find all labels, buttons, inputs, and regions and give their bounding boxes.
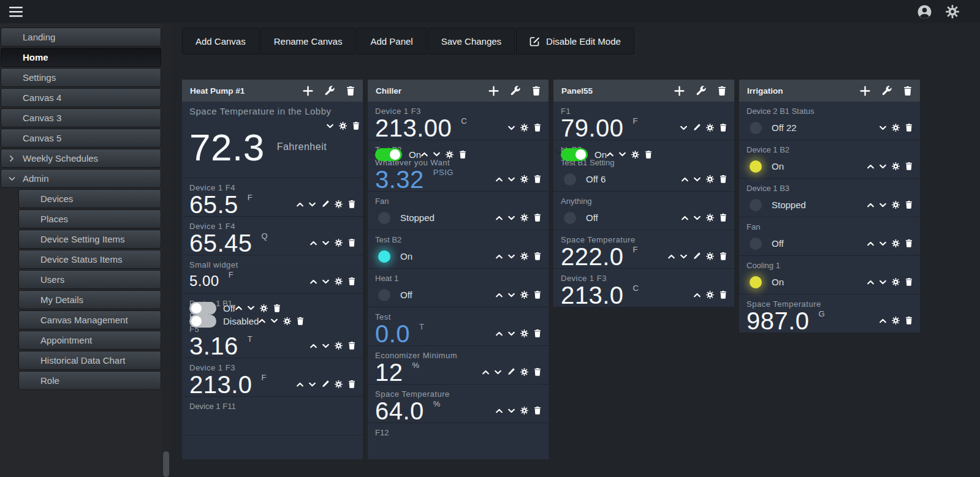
delete-widget-button[interactable]	[348, 239, 355, 247]
widget-settings-button[interactable]	[446, 151, 454, 159]
widget-settings-button[interactable]	[892, 239, 900, 247]
delete-panel-button[interactable]	[903, 86, 912, 96]
sidebar-item-admin[interactable]: Admin	[1, 169, 161, 188]
move-down-button[interactable]	[619, 152, 626, 157]
delete-widget-button[interactable]	[905, 317, 913, 325]
move-down-button[interactable]	[694, 216, 701, 220]
sidebar-scrollbar[interactable]	[162, 23, 170, 477]
add-canvas-button[interactable]: Add Canvas	[182, 28, 259, 54]
move-down-button[interactable]	[680, 254, 687, 259]
edit-widget-button[interactable]	[321, 380, 329, 388]
sidebar-item-canvas-3[interactable]: Canvas 3	[1, 108, 161, 127]
move-up-button[interactable]	[259, 318, 265, 323]
configure-panel-button[interactable]	[696, 86, 706, 96]
widget-settings-button[interactable]	[283, 317, 291, 325]
disable-edit-mode-button[interactable]: Disable Edit Mode	[516, 28, 634, 54]
delete-widget-button[interactable]	[534, 329, 541, 337]
move-up-button[interactable]	[482, 370, 489, 375]
delete-widget-button[interactable]	[720, 214, 727, 222]
delete-widget-button[interactable]	[645, 151, 652, 159]
widget-settings-button[interactable]	[520, 368, 528, 376]
add-widget-button[interactable]	[860, 86, 870, 96]
widget-settings-button[interactable]	[520, 329, 528, 337]
move-down-button[interactable]	[508, 293, 515, 298]
move-down-button[interactable]	[309, 382, 316, 387]
widget-settings-button[interactable]	[892, 278, 900, 286]
user-icon[interactable]	[917, 4, 932, 20]
delete-panel-button[interactable]	[532, 86, 541, 96]
move-up-button[interactable]	[867, 203, 874, 208]
delete-widget-button[interactable]	[348, 342, 355, 350]
delete-widget-button[interactable]	[352, 122, 360, 130]
move-down-button[interactable]	[879, 203, 886, 208]
move-down-button[interactable]	[508, 216, 515, 220]
sidebar-item-my-details[interactable]: My Details	[18, 290, 161, 309]
sidebar-item-canvas-5[interactable]: Canvas 5	[1, 129, 161, 148]
widget-settings-button[interactable]	[335, 200, 343, 208]
widget-settings-button[interactable]	[892, 317, 900, 325]
widget-settings-button[interactable]	[631, 151, 639, 159]
widget-settings-button[interactable]	[520, 214, 528, 222]
sidebar-item-canvas-4[interactable]: Canvas 4	[1, 88, 161, 107]
move-up-button[interactable]	[496, 293, 503, 298]
widget-settings-button[interactable]	[335, 380, 343, 388]
sidebar-item-device-setting-items[interactable]: Device Setting Items	[18, 230, 161, 249]
widget-settings-button[interactable]	[706, 124, 714, 132]
delete-widget-button[interactable]	[905, 239, 913, 247]
configure-panel-button[interactable]	[882, 86, 892, 96]
move-down-button[interactable]	[508, 126, 515, 130]
move-down-button[interactable]	[508, 254, 515, 259]
move-down-button[interactable]	[322, 279, 329, 284]
sidebar-item-devices[interactable]: Devices	[18, 189, 161, 208]
move-up-button[interactable]	[235, 306, 242, 310]
widget-settings-button[interactable]	[260, 304, 268, 312]
rename-canvas-button[interactable]: Rename Canvas	[260, 28, 356, 54]
move-down-button[interactable]	[433, 152, 440, 157]
delete-widget-button[interactable]	[720, 252, 727, 260]
move-down-button[interactable]	[879, 164, 886, 169]
move-down-button[interactable]	[309, 202, 316, 207]
edit-widget-button[interactable]	[507, 368, 515, 376]
sidebar-item-historical-data-chart[interactable]: Historical Data Chart	[18, 351, 161, 370]
edit-widget-button[interactable]	[693, 124, 701, 132]
delete-widget-button[interactable]	[905, 201, 913, 209]
move-up-button[interactable]	[310, 279, 317, 284]
delete-widget-button[interactable]	[348, 200, 355, 208]
move-down-button[interactable]	[495, 370, 501, 375]
move-up-button[interactable]	[668, 254, 675, 259]
configure-panel-button[interactable]	[511, 86, 520, 96]
delete-widget-button[interactable]	[720, 175, 727, 183]
delete-widget-button[interactable]	[905, 278, 913, 286]
delete-widget-button[interactable]	[905, 162, 913, 170]
widget-settings-button[interactable]	[706, 252, 714, 260]
move-up-button[interactable]	[496, 216, 503, 220]
delete-widget-button[interactable]	[720, 124, 727, 132]
delete-widget-button[interactable]	[348, 380, 355, 388]
delete-widget-button[interactable]	[534, 407, 541, 415]
move-down-button[interactable]	[322, 344, 329, 348]
delete-widget-button[interactable]	[720, 291, 727, 299]
delete-widget-button[interactable]	[273, 304, 281, 312]
move-up-button[interactable]	[607, 152, 613, 157]
widget-settings-button[interactable]	[706, 175, 714, 183]
add-widget-button[interactable]	[488, 86, 499, 96]
sidebar-item-device-status-items[interactable]: Device Status Items	[18, 250, 161, 269]
sidebar-item-weekly-schedules[interactable]: Weekly Schedules	[1, 149, 161, 168]
move-down-button[interactable]	[879, 126, 886, 130]
widget-settings-button[interactable]	[892, 162, 900, 170]
move-down-button[interactable]	[248, 306, 254, 310]
move-down-button[interactable]	[694, 177, 701, 182]
sidebar-item-users[interactable]: Users	[18, 270, 161, 289]
delete-widget-button[interactable]	[534, 368, 541, 376]
widget-settings-button[interactable]	[706, 214, 714, 222]
menu-icon[interactable]	[9, 7, 23, 17]
move-down-button[interactable]	[879, 241, 886, 246]
move-up-button[interactable]	[879, 318, 886, 323]
move-up-button[interactable]	[496, 408, 503, 413]
move-down-button[interactable]	[271, 318, 278, 323]
move-down-button[interactable]	[508, 408, 515, 413]
move-up-button[interactable]	[682, 177, 688, 182]
delete-panel-button[interactable]	[346, 86, 355, 96]
widget-settings-button[interactable]	[892, 124, 900, 132]
edit-widget-button[interactable]	[321, 200, 329, 208]
